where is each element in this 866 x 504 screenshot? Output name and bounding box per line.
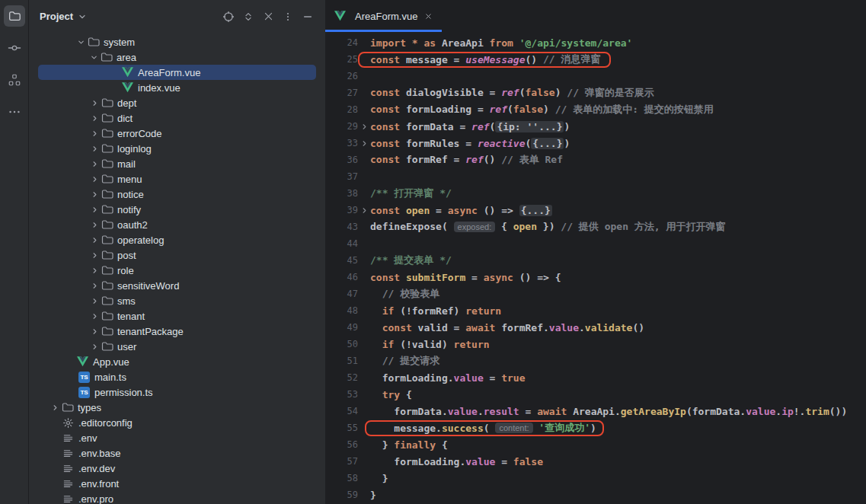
chevron-right-icon[interactable] xyxy=(88,219,101,231)
options-kebab-icon[interactable] xyxy=(278,7,298,27)
tree-item-dept[interactable]: dept xyxy=(38,95,316,110)
chevron-down-icon[interactable] xyxy=(75,36,88,48)
chevron-right-icon[interactable] xyxy=(88,279,101,292)
code-line-43[interactable]: 43defineExpose( exposed: { open }) // 提供… xyxy=(325,219,866,235)
chevron-right-icon[interactable] xyxy=(88,188,101,200)
code-text[interactable]: try { xyxy=(370,389,412,400)
tree-item-menu[interactable]: menu xyxy=(38,171,316,187)
chevron-right-icon[interactable] xyxy=(88,127,101,139)
code-line-33[interactable]: 33const formRules = reactive({...}) xyxy=(325,135,866,152)
code-line-55[interactable]: 55 message.success( content: '查询成功') xyxy=(325,419,866,436)
chevron-right-icon[interactable] xyxy=(88,325,101,337)
tree-item--env-pro[interactable]: .env.pro xyxy=(38,491,316,504)
fold-chevron-icon[interactable] xyxy=(358,123,370,131)
tree-item-sms[interactable]: sms xyxy=(38,293,316,308)
code-text[interactable]: // 提交请求 xyxy=(370,354,439,368)
close-icon[interactable] xyxy=(423,11,434,22)
code-line-56[interactable]: 56 } finally { xyxy=(325,436,866,453)
code-line-53[interactable]: 53 try { xyxy=(325,386,866,403)
commit-icon[interactable] xyxy=(4,37,25,59)
tree-item-mail[interactable]: mail xyxy=(38,156,316,171)
tree-item-loginlog[interactable]: loginlog xyxy=(38,141,316,156)
highlighted-code[interactable]: const message = useMessage() // 消息弹窗 xyxy=(358,52,611,68)
code-text[interactable]: const submitForm = async () => { xyxy=(370,272,561,283)
chevron-right-icon[interactable] xyxy=(88,142,101,155)
code-editor[interactable]: 24import * as AreaApi from '@/api/system… xyxy=(325,33,866,504)
tree-item-user[interactable]: user xyxy=(38,339,316,354)
code-line-39[interactable]: 39const open = async () => {...} xyxy=(325,202,866,219)
tree-item-notify[interactable]: notify xyxy=(38,202,316,217)
fold-chevron-icon[interactable] xyxy=(358,139,370,148)
code-text[interactable]: const valid = await formRef.value.valida… xyxy=(370,322,644,333)
chevron-right-icon[interactable] xyxy=(49,401,62,413)
code-line-28[interactable]: 28const formLoading = ref(false) // 表单的加… xyxy=(325,101,866,118)
tree-item-post[interactable]: post xyxy=(38,247,316,263)
code-line-26[interactable]: 26 xyxy=(325,68,866,85)
tree-item--env-base[interactable]: .env.base xyxy=(38,445,316,461)
chevron-right-icon[interactable] xyxy=(88,310,101,322)
code-line-29[interactable]: 29const formData = ref({ip: ''...}) xyxy=(325,118,866,135)
expand-collapse-icon[interactable] xyxy=(238,7,258,27)
code-line-50[interactable]: 50 if (!valid) return xyxy=(325,336,866,352)
more-tools-icon[interactable] xyxy=(4,101,25,123)
chevron-right-icon[interactable] xyxy=(88,264,101,276)
tree-item-area[interactable]: area xyxy=(38,49,316,65)
chevron-right-icon[interactable] xyxy=(88,112,101,124)
tree-item-tenant[interactable]: tenant xyxy=(38,308,316,324)
code-line-58[interactable]: 58 } xyxy=(325,470,866,486)
tree-item-system[interactable]: system xyxy=(38,34,316,49)
code-text[interactable]: const dialogVisible = ref(false) // 弹窗的是… xyxy=(370,86,654,100)
fold-chevron-icon[interactable] xyxy=(358,206,370,215)
code-line-46[interactable]: 46const submitForm = async () => { xyxy=(325,269,866,285)
tree-item-sensitiveword[interactable]: sensitiveWord xyxy=(38,278,316,293)
code-text[interactable]: const formRef = ref() // 表单 Ref xyxy=(370,153,563,167)
code-line-25[interactable]: 25const message = useMessage() // 消息弹窗 xyxy=(325,51,866,68)
tree-item--env[interactable]: .env xyxy=(38,430,316,445)
code-line-54[interactable]: 54 formData.value.result = await AreaApi… xyxy=(325,403,866,419)
code-text[interactable]: formData.value.result = await AreaApi.ge… xyxy=(370,406,847,417)
code-line-51[interactable]: 51 // 提交请求 xyxy=(325,352,866,369)
code-line-44[interactable]: 44 xyxy=(325,235,866,252)
tree-item-notice[interactable]: notice xyxy=(38,187,316,202)
tree-item--env-dev[interactable]: .env.dev xyxy=(38,461,316,476)
chevron-right-icon[interactable] xyxy=(88,97,101,109)
tree-item-types[interactable]: types xyxy=(38,400,316,415)
tree-item-dict[interactable]: dict xyxy=(38,110,316,126)
collapse-all-icon[interactable] xyxy=(258,7,278,27)
code-text[interactable]: } finally { xyxy=(370,439,448,451)
code-text[interactable]: if (!valid) return xyxy=(370,339,490,350)
tree-item-areaform-vue[interactable]: AreaForm.vue xyxy=(38,65,316,80)
chevron-right-icon[interactable] xyxy=(88,158,101,170)
code-text[interactable]: if (!formRef) return xyxy=(370,305,501,317)
code-line-59[interactable]: 59} xyxy=(325,486,866,503)
chevron-right-icon[interactable] xyxy=(88,340,101,352)
tree-item-tenantpackage[interactable]: tenantPackage xyxy=(38,324,316,339)
locate-opened-file-icon[interactable] xyxy=(219,7,238,27)
code-text[interactable]: /** 提交表单 */ xyxy=(370,254,452,267)
tree-item--editorconfig[interactable]: .editorconfig xyxy=(38,415,316,430)
tree-item-main-ts[interactable]: TSmain.ts xyxy=(38,369,316,384)
tree-item-permission-ts[interactable]: TSpermission.ts xyxy=(38,384,316,400)
code-text[interactable]: const formLoading = ref(false) // 表单的加载中… xyxy=(370,103,714,116)
code-line-37[interactable]: 37 xyxy=(325,168,866,185)
code-line-57[interactable]: 57 formLoading.value = false xyxy=(325,453,866,470)
chevron-down-icon[interactable] xyxy=(88,51,101,63)
code-text[interactable]: } xyxy=(370,490,376,501)
highlighted-code[interactable]: message.success( content: '查询成功') xyxy=(365,420,604,436)
code-line-48[interactable]: 48 if (!formRef) return xyxy=(325,302,866,319)
code-line-49[interactable]: 49 const valid = await formRef.value.val… xyxy=(325,319,866,336)
code-text[interactable]: import * as AreaApi from '@/api/system/a… xyxy=(370,37,632,49)
tab-areaform-vue[interactable]: AreaForm.vue xyxy=(325,0,442,32)
tree-item-role[interactable]: role xyxy=(38,263,316,278)
chevron-right-icon[interactable] xyxy=(88,203,101,215)
code-line-24[interactable]: 24import * as AreaApi from '@/api/system… xyxy=(325,34,866,51)
code-text[interactable]: const formRules = reactive({...}) xyxy=(370,138,570,149)
chevron-right-icon[interactable] xyxy=(88,249,101,261)
code-line-47[interactable]: 47 // 校验表单 xyxy=(325,285,866,302)
tree-item-operatelog[interactable]: operatelog xyxy=(38,232,316,247)
project-icon[interactable] xyxy=(4,5,25,27)
tree-item-app-vue[interactable]: App.vue xyxy=(38,354,316,369)
code-text[interactable]: formLoading.value = true xyxy=(370,372,526,384)
code-text[interactable]: const open = async () => {...} xyxy=(370,205,552,216)
code-text[interactable]: /** 打开弹窗 */ xyxy=(370,187,452,200)
